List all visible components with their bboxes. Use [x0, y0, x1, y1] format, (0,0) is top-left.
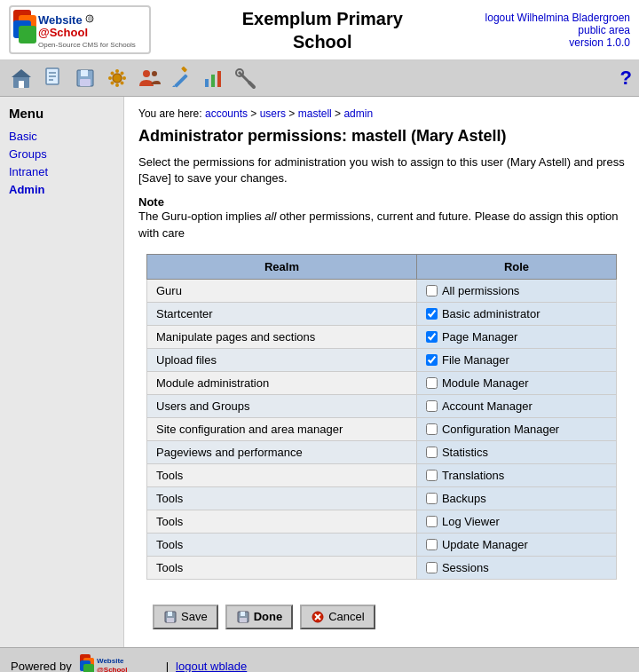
- sidebar-item-intranet[interactable]: Intranet: [9, 165, 114, 178]
- svg-rect-44: [240, 618, 247, 622]
- role-label[interactable]: Backups: [426, 492, 607, 505]
- sidebar-item-groups[interactable]: Groups: [9, 147, 114, 161]
- footer: Powered by Website @School CMS for Schoo…: [0, 647, 639, 672]
- note-label: Note: [138, 195, 625, 209]
- role-label[interactable]: Translations: [426, 469, 607, 482]
- role-checkbox[interactable]: [426, 539, 438, 550]
- role-cell: Sessions: [416, 556, 616, 579]
- realm-cell: Pageviews and performance: [147, 440, 417, 463]
- role-label[interactable]: Update Manager: [426, 538, 607, 551]
- svg-point-21: [115, 83, 119, 87]
- role-name: Basic administrator: [442, 307, 540, 320]
- role-label[interactable]: File Manager: [426, 353, 607, 367]
- svg-rect-18: [80, 79, 91, 86]
- role-checkbox[interactable]: [426, 423, 438, 435]
- table-row: StartcenterBasic administrator: [147, 302, 617, 325]
- svg-text:Website: Website: [38, 13, 83, 27]
- table-row: Site configuration and area managerConfi…: [147, 417, 617, 440]
- page-title: Administrator permissions: mastell (Mary…: [138, 127, 625, 146]
- table-row: Manipulate pages and sectionsPage Manage…: [147, 325, 617, 348]
- role-checkbox[interactable]: [426, 470, 438, 481]
- table-row: ToolsLog Viewer: [147, 510, 617, 533]
- role-cell: Page Manager: [416, 325, 616, 348]
- role-checkbox[interactable]: [426, 400, 438, 412]
- svg-marker-10: [12, 69, 31, 77]
- table-header-role: Role: [416, 254, 616, 279]
- realm-cell: Manipulate pages and sections: [147, 325, 417, 348]
- role-label[interactable]: All permissions: [426, 284, 607, 297]
- toolbar-icon-settings[interactable]: [103, 64, 131, 92]
- role-checkbox[interactable]: [426, 447, 438, 458]
- role-checkbox[interactable]: [426, 562, 438, 573]
- permissions-table: Realm Role GuruAll permissionsStartcente…: [146, 254, 617, 580]
- svg-point-27: [111, 82, 114, 85]
- table-row: ToolsSessions: [147, 556, 617, 579]
- role-name: Statistics: [442, 446, 488, 459]
- role-cell: Configuration Manager: [416, 417, 616, 440]
- toolbar-icon-tools[interactable]: [231, 64, 259, 92]
- role-checkbox[interactable]: [426, 331, 438, 343]
- role-name: Page Manager: [442, 330, 517, 344]
- role-cell: Account Manager: [416, 394, 616, 417]
- role-checkbox[interactable]: [426, 285, 438, 296]
- role-name: File Manager: [442, 353, 509, 367]
- table-body: GuruAll permissionsStartcenterBasic admi…: [147, 279, 617, 579]
- description-text: Select the permissions for administratio…: [138, 154, 625, 186]
- footer-logout-link[interactable]: logout wblade: [176, 660, 247, 673]
- role-label[interactable]: Sessions: [426, 561, 607, 574]
- toolbar-help-icon[interactable]: ?: [620, 67, 632, 90]
- toolbar: ?: [0, 60, 639, 97]
- logout-link-header[interactable]: logout Wilhelmina Bladergroen: [485, 12, 630, 24]
- role-checkbox[interactable]: [426, 493, 438, 504]
- role-name: Module Manager: [442, 376, 529, 390]
- done-button[interactable]: Done: [225, 605, 294, 629]
- cancel-button[interactable]: Cancel: [300, 605, 375, 629]
- table-row: Pageviews and performanceStatistics: [147, 440, 617, 463]
- toolbar-icon-stats[interactable]: [199, 64, 227, 92]
- svg-point-25: [121, 82, 124, 85]
- cancel-icon: [311, 610, 325, 624]
- role-cell: Update Manager: [416, 533, 616, 556]
- svg-rect-33: [205, 79, 209, 87]
- realm-cell: Tools: [147, 533, 417, 556]
- svg-rect-32: [181, 67, 187, 73]
- svg-text:@School: @School: [38, 26, 88, 39]
- breadcrumb-admin[interactable]: admin: [343, 107, 373, 120]
- svg-point-29: [152, 71, 157, 76]
- breadcrumb-users[interactable]: users: [260, 107, 286, 120]
- realm-cell: Tools: [147, 486, 417, 510]
- role-name: Sessions: [442, 561, 489, 574]
- role-checkbox[interactable]: [426, 308, 438, 320]
- role-checkbox[interactable]: [426, 354, 438, 366]
- role-label[interactable]: Basic administrator: [426, 307, 607, 320]
- table-row: GuruAll permissions: [147, 279, 617, 302]
- toolbar-icon-edit[interactable]: [167, 64, 195, 92]
- role-label[interactable]: Log Viewer: [426, 515, 607, 528]
- role-label[interactable]: Configuration Manager: [426, 423, 607, 436]
- breadcrumb-mastell[interactable]: mastell: [298, 107, 332, 120]
- footer-logo: Website @School CMS for Schools: [79, 653, 159, 672]
- role-label[interactable]: Module Manager: [426, 376, 607, 390]
- svg-rect-30: [174, 74, 188, 88]
- sidebar-item-admin[interactable]: Admin: [9, 183, 114, 196]
- note-section: Note The Guru-option implies all other p…: [138, 195, 625, 241]
- toolbar-icon-save[interactable]: [71, 64, 99, 92]
- role-label[interactable]: Page Manager: [426, 330, 607, 344]
- role-label[interactable]: Statistics: [426, 446, 607, 459]
- svg-rect-40: [168, 612, 172, 616]
- toolbar-icon-home[interactable]: [7, 64, 36, 92]
- role-label[interactable]: Account Manager: [426, 399, 607, 413]
- svg-rect-35: [217, 71, 221, 87]
- role-checkbox[interactable]: [426, 516, 438, 527]
- toolbar-icon-users[interactable]: [135, 64, 163, 92]
- svg-text:Open-Source CMS for Schools: Open-Source CMS for Schools: [38, 41, 136, 49]
- sidebar-item-basic[interactable]: Basic: [9, 130, 114, 143]
- breadcrumb-accounts[interactable]: accounts: [205, 107, 248, 120]
- save-icon: [163, 610, 178, 624]
- toolbar-icons: [7, 64, 259, 92]
- toolbar-icon-page[interactable]: [39, 64, 67, 92]
- header-user-info: logout Wilhelmina Bladergroen public are…: [485, 12, 630, 49]
- save-button[interactable]: Save: [153, 605, 218, 629]
- role-checkbox[interactable]: [426, 377, 438, 389]
- svg-point-26: [121, 72, 124, 75]
